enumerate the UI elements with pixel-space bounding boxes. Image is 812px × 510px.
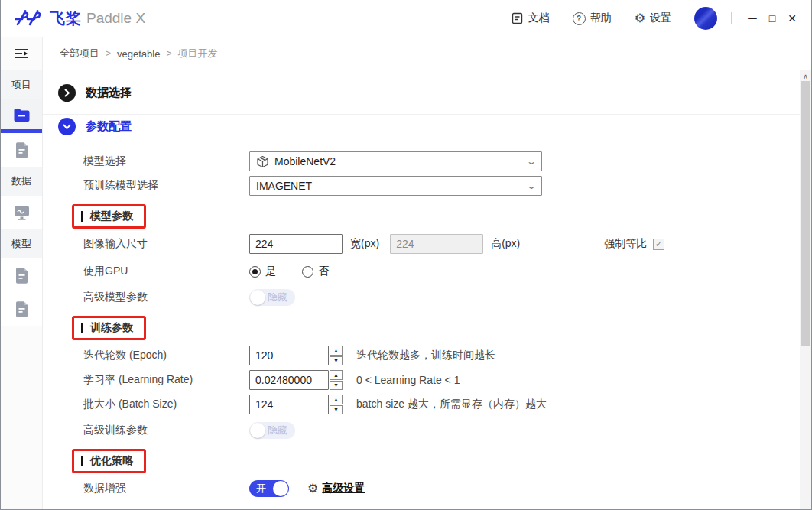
- logo-text-en: Paddle X: [86, 10, 145, 27]
- toggle-knob: [250, 290, 265, 305]
- gpu-yes-radio[interactable]: 是: [249, 265, 276, 278]
- section-marker-bar: [81, 323, 83, 333]
- breadcrumb-current-page: 项目开发: [177, 47, 217, 60]
- section-param-config[interactable]: 参数配置: [43, 115, 811, 145]
- epoch-input[interactable]: [249, 346, 329, 365]
- sidebar-item-model-doc2[interactable]: [1, 292, 42, 326]
- row-image-size: 图像输入尺寸 宽(px) 高(px) 强制等比 ✓: [43, 233, 811, 255]
- sidebar-item-project-doc[interactable]: [1, 133, 42, 167]
- spin-up-button[interactable]: ▲: [330, 346, 343, 356]
- batch-size-hint: batch size 越大，所需显存（内存）越大: [356, 398, 547, 411]
- model-select-dropdown[interactable]: MobileNetV2 ⌄: [249, 151, 542, 171]
- model-params-section-header: 模型参数: [43, 200, 811, 233]
- data-augment-toggle[interactable]: 开: [249, 480, 289, 497]
- gear-icon: ⚙: [635, 12, 645, 24]
- learning-rate-stepper: ▲ ▼: [249, 370, 343, 390]
- batch-size-input[interactable]: [249, 395, 329, 414]
- collapse-sidebar-button[interactable]: [1, 37, 42, 70]
- advanced-train-params-toggle[interactable]: 隐藏: [249, 422, 295, 439]
- breadcrumb-all-projects[interactable]: 全部项目: [60, 47, 99, 60]
- maximize-button[interactable]: □: [762, 8, 782, 28]
- folder-icon: [13, 108, 31, 125]
- user-avatar[interactable]: [694, 7, 717, 30]
- height-unit-label: 高(px): [491, 237, 520, 251]
- window-controls-divider: [731, 12, 732, 24]
- batch-size-label: 批大小 (Batch Size): [83, 398, 249, 411]
- spin-up-button[interactable]: ▲: [330, 395, 343, 404]
- chevron-down-icon[interactable]: [58, 118, 76, 135]
- force-ratio-checkbox[interactable]: ✓: [653, 239, 664, 250]
- gpu-no-radio[interactable]: 否: [302, 265, 329, 278]
- row-batch-size: 批大小 (Batch Size) ▲ ▼ batch size 越大，所需显存（…: [43, 394, 811, 415]
- section-marker-bar: [81, 211, 83, 222]
- model-params-title: 模型参数: [90, 210, 133, 223]
- spin-down-button[interactable]: ▼: [330, 381, 343, 391]
- minimize-button[interactable]: ─: [742, 8, 762, 28]
- help-button[interactable]: ? 帮助: [573, 11, 612, 25]
- close-button[interactable]: ✕: [782, 8, 802, 28]
- data-augment-label: 数据增强: [83, 482, 249, 495]
- settings-label: 设置: [650, 11, 671, 25]
- scrollbar-thumb[interactable]: [801, 81, 810, 346]
- breadcrumb: 全部项目 > vegetable > 项目开发: [43, 37, 811, 70]
- sidebar-group-model: 模型: [1, 229, 42, 258]
- section-marker-bar: [81, 456, 83, 466]
- row-model-select: 模型选择 MobileNetV2 ⌄: [43, 151, 811, 172]
- image-width-input[interactable]: [249, 234, 343, 254]
- model-cube-icon: [256, 155, 269, 168]
- pretrained-select-value: IMAGENET: [256, 180, 528, 192]
- image-height-input: [390, 234, 483, 254]
- sidebar-item-dataset[interactable]: [1, 196, 42, 229]
- learning-rate-input[interactable]: [249, 370, 329, 390]
- advanced-settings-link[interactable]: ⚙ 高级设置: [307, 482, 365, 495]
- pretrained-select-label: 预训练模型选择: [83, 179, 249, 193]
- sidebar-item-project-develop[interactable]: [1, 99, 42, 133]
- row-pretrained-select: 预训练模型选择 IMAGENET ⌄: [43, 175, 811, 197]
- gpu-yes-label: 是: [265, 265, 276, 278]
- breadcrumb-separator: >: [106, 48, 111, 59]
- advanced-train-params-label: 高级训练参数: [83, 424, 249, 437]
- spin-down-button[interactable]: ▼: [330, 356, 343, 366]
- image-size-label: 图像输入尺寸: [83, 237, 249, 251]
- breadcrumb-project-name[interactable]: vegetable: [117, 48, 160, 60]
- chevron-down-icon: ⌄: [526, 156, 537, 167]
- docs-label: 文档: [528, 11, 550, 25]
- chevron-down-icon: ⌄: [526, 180, 537, 191]
- radio-selected-icon: [249, 266, 261, 278]
- vertical-scrollbar[interactable]: ∧: [800, 70, 811, 510]
- annotation-box-model-params: 模型参数: [72, 204, 146, 229]
- section-data-select[interactable]: 数据选择: [43, 81, 811, 115]
- sidebar-group-data: 数据: [1, 167, 42, 196]
- spin-up-button[interactable]: ▲: [330, 370, 343, 380]
- toggle-label: 隐藏: [268, 291, 287, 304]
- app-window: 飞桨 Paddle X 文档 ? 帮助 ⚙ 设置 ─ □ ✕: [0, 0, 812, 510]
- document-icon: [511, 12, 524, 25]
- width-unit-label: 宽(px): [350, 237, 379, 251]
- annotation-box-optim: 优化策略: [72, 449, 146, 473]
- title-bar: 飞桨 Paddle X 文档 ? 帮助 ⚙ 设置 ─ □ ✕: [1, 0, 811, 37]
- force-ratio-label: 强制等比: [604, 237, 647, 251]
- pretrained-select-dropdown[interactable]: IMAGENET ⌄: [249, 176, 542, 196]
- spin-down-button[interactable]: ▼: [330, 405, 343, 415]
- paddlex-logo: 飞桨 Paddle X: [1, 8, 145, 29]
- settings-button[interactable]: ⚙ 设置: [635, 11, 671, 25]
- help-label: 帮助: [590, 11, 612, 25]
- sidebar: 项目 数据 模型: [1, 37, 43, 510]
- chevron-right-icon[interactable]: [58, 84, 76, 102]
- model-select-value: MobileNetV2: [274, 155, 528, 167]
- epoch-stepper: ▲ ▼: [249, 346, 343, 365]
- paddle-logo-icon: [15, 9, 45, 28]
- sidebar-item-model-doc1[interactable]: [1, 258, 42, 292]
- radio-unselected-icon: [302, 266, 313, 278]
- row-random-brightness: 随机亮度 开 关: [43, 505, 811, 510]
- advanced-model-params-toggle[interactable]: 隐藏: [249, 289, 295, 306]
- section-title-data-select: 数据选择: [86, 86, 132, 100]
- toggle-knob: [273, 481, 288, 496]
- sidebar-group-project: 项目: [1, 70, 42, 99]
- gpu-no-label: 否: [318, 265, 329, 278]
- docs-button[interactable]: 文档: [511, 11, 550, 25]
- row-epoch: 迭代轮数 (Epoch) ▲ ▼ 迭代轮数越多，训练时间越长: [43, 345, 811, 366]
- toggle-knob: [250, 423, 265, 438]
- section-title-param-config: 参数配置: [86, 119, 132, 134]
- optim-title: 优化策略: [90, 454, 133, 468]
